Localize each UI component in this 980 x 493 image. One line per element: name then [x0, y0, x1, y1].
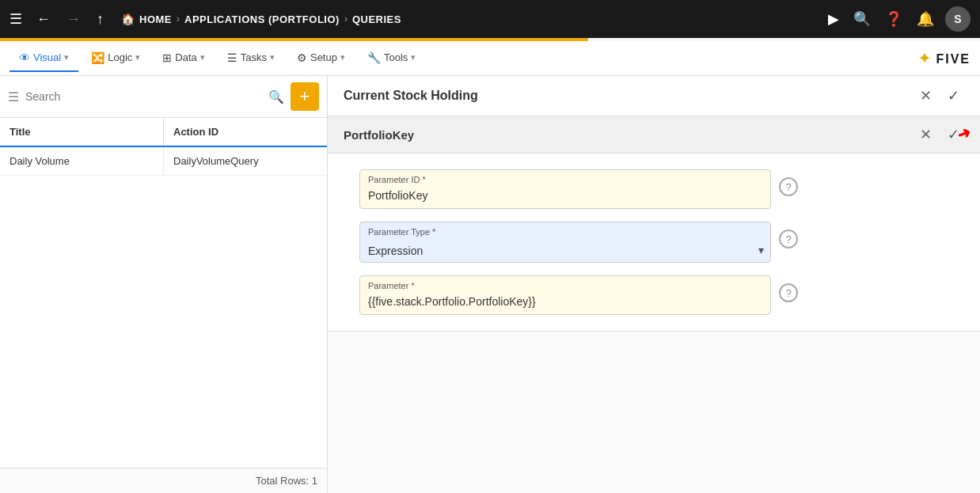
nav-logic-label: Logic: [108, 51, 132, 63]
nav-tasks-label: Tasks: [241, 51, 267, 63]
parameter-id-label: Parameter ID *: [360, 170, 770, 184]
topbar: ☰ ← → ↑ 🏠 HOME › APPLICATIONS (PORTFOLIO…: [0, 0, 980, 38]
secondary-nav: 👁 Visual ▾ 🔀 Logic ▾ ⊞ Data ▾ ☰ Tasks ▾ …: [0, 41, 980, 76]
search-bar: ☰ 🔍 +: [0, 76, 327, 118]
panel-confirm-button[interactable]: ✓: [943, 85, 964, 106]
parameter-type-row: Parameter Type * Expression Value Sessio…: [359, 222, 948, 263]
form-area: Parameter ID * ? Parameter Type * E: [328, 154, 980, 331]
nav-visual-label: Visual: [33, 51, 61, 63]
nav-data[interactable]: ⊞ Data ▾: [153, 45, 214, 72]
breadcrumb: 🏠 HOME › APPLICATIONS (PORTFOLIO) › QUER…: [121, 13, 819, 25]
right-panel: Current Stock Holding ✕ ✓ PortfolioKey ✕…: [328, 76, 980, 493]
parameter-type-help[interactable]: ?: [779, 229, 798, 248]
search-input[interactable]: [25, 90, 262, 103]
add-button[interactable]: +: [291, 82, 319, 111]
play-button[interactable]: ▶: [825, 7, 842, 31]
filter-icon: ☰: [8, 89, 19, 104]
logo-text: FIVE: [936, 52, 971, 66]
parameter-type-label: Parameter Type *: [360, 222, 770, 237]
panel-header-actions: ✕ ✓: [915, 85, 964, 106]
table-row[interactable]: Daily Volume DailyVolumeQuery: [0, 147, 327, 176]
nav-setup-label: Setup: [310, 51, 337, 63]
parameter-row: Parameter * ?: [359, 275, 948, 315]
parameter-type-container: Parameter Type * Expression Value Sessio…: [359, 222, 771, 263]
breadcrumb-sep1: ›: [177, 13, 180, 25]
topbar-actions: ▶ 🔍 ❓ 🔔 S: [825, 6, 971, 32]
col-action-header: Action ID: [164, 118, 327, 146]
parameter-input[interactable]: [360, 292, 770, 314]
parameter-id-container: Parameter ID *: [359, 169, 771, 209]
notifications-button[interactable]: 🔔: [914, 7, 937, 31]
back-button[interactable]: ←: [32, 8, 55, 31]
visual-icon: 👁: [19, 51, 30, 64]
nav-tools-label: Tools: [384, 51, 408, 63]
panel-close-button[interactable]: ✕: [915, 85, 936, 106]
parameter-type-field-wrapper: Parameter Type * Expression Value Sessio…: [359, 222, 771, 263]
parameter-label: Parameter *: [360, 276, 770, 290]
search-button[interactable]: 🔍: [268, 89, 284, 104]
cell-action-id: DailyVolumeQuery: [164, 147, 327, 175]
cell-title: Daily Volume: [0, 147, 164, 175]
table-footer: Total Rows: 1: [0, 468, 327, 493]
parameter-id-input[interactable]: [360, 186, 770, 208]
parameter-id-field-wrapper: Parameter ID *: [359, 169, 771, 209]
parameter-type-select[interactable]: Expression Value Session: [360, 238, 758, 262]
logic-icon: 🔀: [91, 51, 104, 64]
up-button[interactable]: ↑: [92, 8, 108, 31]
breadcrumb-page[interactable]: QUERIES: [352, 13, 401, 25]
chevron-down-icon: ▾: [758, 244, 770, 256]
breadcrumb-app[interactable]: APPLICATIONS (PORTFOLIO): [184, 13, 340, 25]
main-layout: ☰ 🔍 + Title Action ID Daily Volume Daily…: [0, 76, 980, 493]
help-button[interactable]: ❓: [882, 7, 906, 31]
five-logo: ✦ FIVE: [918, 50, 971, 67]
parameter-container: Parameter *: [359, 275, 771, 315]
tasks-icon: ☰: [227, 51, 237, 64]
sub-panel: PortfolioKey ✕ ✓ ➜ Parameter ID *: [328, 116, 980, 332]
forward-button[interactable]: →: [62, 8, 85, 31]
nav-logic[interactable]: 🔀 Logic ▾: [82, 45, 150, 72]
breadcrumb-home[interactable]: HOME: [139, 13, 172, 25]
data-icon: ⊞: [162, 51, 172, 64]
setup-icon: ⚙: [297, 51, 307, 64]
left-panel: ☰ 🔍 + Title Action ID Daily Volume Daily…: [0, 76, 328, 493]
table-header: Title Action ID: [0, 118, 327, 147]
col-title-header: Title: [0, 118, 164, 146]
parameter-help[interactable]: ?: [779, 283, 798, 302]
total-rows-label: Total Rows: 1: [256, 475, 317, 487]
parameter-field-wrapper: Parameter *: [359, 275, 771, 315]
nav-visual[interactable]: 👁 Visual ▾: [9, 45, 78, 72]
breadcrumb-sep2: ›: [344, 13, 348, 25]
sub-panel-actions: ✕ ✓ ➜: [915, 124, 964, 145]
nav-tools[interactable]: 🔧 Tools ▾: [358, 45, 425, 72]
panel-title: Current Stock Holding: [344, 89, 915, 103]
parameter-id-help[interactable]: ?: [779, 177, 798, 196]
sub-panel-title: PortfolioKey: [344, 128, 915, 142]
avatar[interactable]: S: [945, 6, 971, 32]
nav-setup[interactable]: ⚙ Setup ▾: [287, 45, 355, 72]
menu-icon[interactable]: ☰: [9, 10, 22, 28]
tools-icon: 🔧: [367, 51, 381, 64]
panel-header: Current Stock Holding ✕ ✓: [328, 76, 980, 116]
nav-data-label: Data: [175, 51, 196, 63]
sub-panel-confirm-button[interactable]: ✓: [943, 124, 964, 145]
parameter-type-select-row: Expression Value Session ▾: [360, 238, 770, 262]
home-icon: 🏠: [121, 13, 135, 25]
search-button[interactable]: 🔍: [850, 7, 874, 31]
parameter-id-row: Parameter ID * ?: [359, 169, 948, 209]
sub-panel-header: PortfolioKey ✕ ✓ ➜: [328, 116, 980, 154]
sub-panel-close-button[interactable]: ✕: [915, 124, 936, 145]
nav-tasks[interactable]: ☰ Tasks ▾: [218, 45, 284, 72]
